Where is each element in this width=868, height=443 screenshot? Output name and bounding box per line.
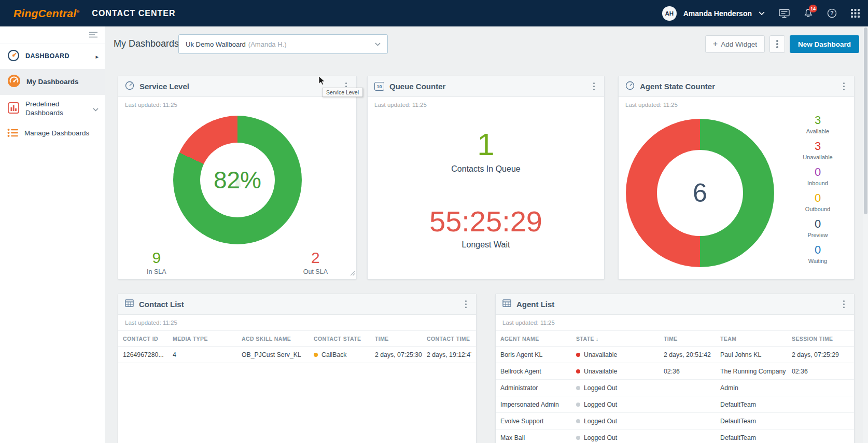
column-header-media-type[interactable]: MEDIA TYPE: [173, 336, 242, 342]
user-name[interactable]: Amanda Henderson: [683, 9, 752, 18]
cell-state: Logged Out: [576, 418, 664, 425]
cell-state: Unavailable: [576, 368, 664, 375]
agent-stat: 0 Inbound: [793, 165, 843, 186]
stat-value: 0: [793, 191, 843, 205]
ringcentral-logo[interactable]: RingCentral®: [13, 7, 79, 20]
column-header-time[interactable]: TIME: [664, 336, 720, 342]
widget-title: Service Level: [139, 82, 189, 91]
apps-grid-icon[interactable]: [851, 9, 860, 18]
dashboard-options-button[interactable]: [769, 35, 785, 53]
sidebar-collapse-icon[interactable]: [89, 31, 97, 40]
last-updated-text: Last updated: 11:25: [619, 97, 854, 112]
in-sla-stat: 9 In SLA: [147, 249, 166, 275]
brand-central: Central: [38, 7, 76, 19]
service-level-percent: 82%: [214, 166, 261, 194]
queue-counter-widget: 10 Queue Counter Last updated: 11:25 1 C…: [367, 76, 605, 280]
agent-stat: 3 Unavailable: [793, 140, 843, 160]
contact-list-widget: Contact List Last updated: 11:25 CONTACT…: [118, 294, 477, 443]
state-dot: [576, 419, 580, 423]
widget-menu-icon[interactable]: [463, 298, 470, 311]
agent-row: Administrator Logged Out Admin: [496, 380, 854, 396]
tooltip: Service Level: [322, 88, 363, 97]
column-header-acd-skill-name[interactable]: ACD SKILL NAME: [242, 336, 314, 342]
agent-row: Boris Agent KL Unavailable 2 days, 20:51…: [496, 347, 854, 363]
page-title: My Dashboards: [114, 33, 179, 54]
stat-label: Available: [793, 128, 843, 134]
cell-team: DefaultTeam: [720, 434, 792, 441]
widget-menu-icon[interactable]: [841, 80, 848, 93]
column-header-time[interactable]: TIME: [375, 336, 427, 342]
state-text: Logged Out: [584, 384, 617, 392]
new-dashboard-button[interactable]: New Dashboard: [790, 35, 859, 53]
contacts-in-queue-label: Contacts In Queue: [451, 164, 520, 174]
svg-text:?: ?: [830, 10, 833, 16]
cell-session-time: 02:36: [792, 368, 849, 375]
out-sla-label: Out SLA: [303, 268, 328, 275]
longest-wait-label: Longest Wait: [462, 240, 510, 250]
cell-state: Logged Out: [576, 434, 664, 441]
widget-title: Agent State Counter: [640, 82, 715, 91]
cell-acd-skill-name: OB_PJCust Serv_KL: [242, 351, 314, 358]
stat-label: Inbound: [793, 180, 843, 186]
vertical-scrollbar[interactable]: [863, 26, 868, 443]
column-header-agent-name[interactable]: AGENT NAME: [500, 336, 576, 342]
agent-stat: 0 Outbound: [793, 191, 843, 212]
contact-row: 1264967280... 4 OB_PJCust Serv_KL CallBa…: [118, 347, 476, 363]
state-text: Unavailable: [584, 351, 617, 358]
cell-state: Unavailable: [576, 351, 664, 358]
column-header-session-time[interactable]: SESSION TIME: [792, 336, 849, 342]
stat-label: Unavailable: [793, 154, 843, 160]
kebab-menu-icon: [774, 37, 781, 51]
widget-menu-icon[interactable]: [591, 80, 598, 93]
column-header-contact-id[interactable]: CONTACT ID: [123, 336, 173, 342]
column-header-contact-time[interactable]: CONTACT TIME: [427, 336, 471, 342]
avatar[interactable]: AH: [662, 6, 677, 21]
widget-menu-icon[interactable]: [841, 298, 848, 311]
service-level-donut: 82%: [173, 116, 302, 244]
stat-value: 0: [793, 243, 843, 257]
agent-state-gauge-icon: [625, 81, 635, 92]
plus-icon: +: [713, 40, 718, 48]
agent-list-widget: Agent List Last updated: 11:25 AGENT NAM…: [495, 294, 855, 443]
sidebar-item-label: Manage Dashboards: [24, 129, 89, 138]
dashboard-select[interactable]: Uk Demo Wallboard (Amanda H.): [178, 34, 388, 54]
scrollbar-thumb[interactable]: [864, 27, 867, 214]
notification-count-badge: 14: [809, 5, 817, 12]
last-updated-text: Last updated: 11:25: [368, 97, 604, 112]
stat-label: Outbound: [793, 206, 843, 212]
sidebar-item-dashboard[interactable]: DASHBOARD ▸: [0, 44, 105, 69]
column-header-team[interactable]: TEAM: [720, 336, 792, 342]
notifications-bell-icon[interactable]: 14: [804, 8, 813, 18]
last-updated-text: Last updated: 11:25: [118, 97, 356, 112]
agent-stat: 0 Preview: [793, 217, 843, 238]
user-menu-chevron-down-icon[interactable]: [759, 11, 765, 15]
expand-arrow-icon: ▸: [95, 53, 99, 60]
state-dot: [576, 436, 580, 440]
cell-team: Admin: [720, 384, 792, 392]
topbar: RingCentral® CONTACT CENTER AH Amanda He…: [0, 0, 868, 26]
dashboard-select-value: Uk Demo Wallboard: [186, 40, 246, 48]
wallboard-monitor-icon[interactable]: [779, 9, 790, 18]
state-text: Logged Out: [584, 418, 617, 425]
help-icon[interactable]: ?: [827, 8, 837, 18]
widget-title: Agent List: [516, 300, 554, 309]
add-widget-button[interactable]: + Add Widget: [705, 35, 765, 53]
cell-state: Logged Out: [576, 384, 664, 392]
sidebar-item-my-dashboards[interactable]: My Dashboards: [0, 69, 105, 95]
service-level-widget: Service Level Last updated: 11:25 82% 9 …: [118, 76, 357, 280]
table-icon: [502, 299, 511, 309]
sidebar-item-manage-dashboards[interactable]: Manage Dashboards: [0, 123, 105, 145]
agent-row: Evolve Support Logged Out DefaultTeam: [496, 413, 854, 430]
column-header-state[interactable]: STATE↓: [576, 336, 664, 342]
cell-team: The Running Company: [720, 368, 792, 375]
state-text: Logged Out: [584, 434, 617, 441]
column-header-contact-state[interactable]: CONTACT STATE: [314, 336, 375, 342]
app-title: CONTACT CENTER: [92, 9, 175, 18]
resize-handle[interactable]: [351, 269, 355, 278]
sidebar-item-predefined-dashboards[interactable]: Predefined Dashboards: [0, 95, 105, 123]
stat-value: 3: [793, 114, 843, 127]
in-sla-label: In SLA: [147, 268, 166, 275]
manage-dashboards-list-icon: [7, 128, 19, 140]
column-label: STATE: [576, 336, 594, 342]
dashboard-select-owner: (Amanda H.): [248, 40, 287, 48]
